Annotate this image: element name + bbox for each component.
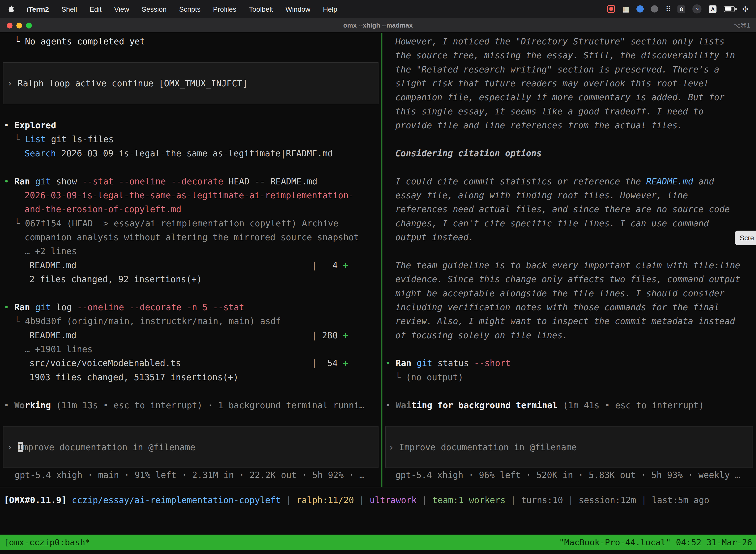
thinking-text: essay file, along with finding root file… [382, 188, 756, 202]
terminal: └ No agents completed yet › Ralph loop a… [0, 33, 756, 535]
menu-toolbelt[interactable]: Toolbelt [249, 5, 273, 13]
ran-git-status-line: • Ran git status --short [382, 356, 756, 370]
menu-bar-status-icons: ▦ ⠿ 8 .61 A ✣ [607, 4, 748, 13]
commit-meta-line: └ 067f154 (HEAD -> essay/ai-reimplementa… [0, 216, 381, 230]
no-output-line: └ (no output) [382, 370, 756, 384]
more-lines-indicator: … +1901 lines [0, 342, 381, 356]
ran-git-log-line: • Ran git log --oneline --decorate -n 5 … [0, 300, 381, 314]
thinking-text: evidence. Since this change only affects… [382, 272, 756, 286]
explored-row-list: └ List git ls-files [0, 132, 381, 146]
commit-meta-line: └ 4b9d30f (origin/main, instructkr/main,… [0, 314, 381, 328]
thinking-text: changes, I can't cite specific file line… [382, 216, 756, 230]
agents-status-line: └ No agents completed yet [0, 34, 381, 48]
thinking-heading: Considering citation options [382, 146, 756, 160]
menu-bar: iTerm2 Shell Edit View Session Scripts P… [0, 0, 756, 18]
menu-help[interactable]: Help [323, 5, 337, 13]
pane-bottom-border [0, 487, 756, 487]
battery-icon[interactable] [724, 6, 735, 12]
omx-version: [OMX#0.11.9] [4, 495, 72, 505]
readme-file-link[interactable]: README.md [646, 176, 693, 186]
omx-worktree-path: cczip/essay/ai-reimplementation-copyleft [72, 495, 281, 505]
thinking-text: might be acceptable alongside the file l… [382, 286, 756, 300]
desktop: iTerm2 Shell Edit View Session Scripts P… [0, 0, 756, 554]
window-title-bar[interactable]: omx --xhigh --madmax ⌥⌘1 [0, 18, 756, 33]
thinking-text: However, I noticed the "Directory Struct… [382, 34, 756, 48]
diffstat-summary: 2 files changed, 92 insertions(+) [0, 272, 381, 286]
pane-left[interactable]: └ No agents completed yet › Ralph loop a… [0, 33, 381, 487]
omx-ralph-counter: ralph:11/20 [296, 495, 354, 505]
screen-share-overlay[interactable]: Scre [735, 231, 756, 245]
thinking-text: including verification notes with those … [382, 300, 756, 314]
input-placeholder: mprove documentation in @filename [23, 442, 195, 452]
fan-status-icon[interactable]: ✣ [742, 4, 748, 13]
thinking-text: output instead. [382, 230, 756, 244]
omx-team: team:1 workers [432, 495, 505, 505]
diffstat-line: README.md | 4 + [0, 258, 381, 272]
prompt-chevron: › [389, 442, 399, 452]
prompt-chevron: › [7, 78, 18, 88]
menu-edit[interactable]: Edit [89, 5, 102, 13]
thinking-text: this single essay, it seems like a good … [382, 104, 756, 118]
launchpad-dots-icon[interactable]: ⠿ [666, 4, 670, 13]
thinking-text: review. Also, I might want to inspect th… [382, 314, 756, 328]
screen-recording-stop-icon[interactable] [607, 5, 615, 13]
thinking-text: the source tree, missing the essay. Stil… [382, 48, 756, 62]
thinking-text: The team guideline is to back every impo… [382, 258, 756, 272]
diffstat-line: README.md | 280 + [0, 328, 381, 342]
waiting-status-line: • Waiting for background terminal (1m 41… [382, 398, 756, 412]
essay-filename-line: 2026-03-09-is-legal-the-same-as-legitima… [0, 188, 381, 202]
menu-shell[interactable]: Shell [62, 5, 77, 13]
numkey-status-icon[interactable]: 8 [678, 5, 685, 13]
menu-window[interactable]: Window [286, 5, 310, 13]
ralph-loop-banner: › Ralph loop active continue [OMX_TMUX_I… [3, 62, 378, 104]
command-input-right[interactable]: › Improve documentation in @filename [385, 426, 753, 468]
thinking-text: slight risk that future readers may over… [382, 76, 756, 90]
ran-git-show-line: • Ran git show --stat --oneline --decora… [0, 174, 381, 188]
omx-turns: turns:10 [521, 495, 563, 505]
tmux-host-clock: "MacBook-Pro-44.local" 04:52 31-Mar-26 [559, 538, 752, 547]
more-lines-indicator: … +2 lines [0, 244, 381, 258]
model-status-line-right: gpt-5.4 xhigh · 96% left · 520K in · 5.8… [382, 468, 756, 482]
diffstat-summary: 1903 files changed, 513517 insertions(+) [0, 370, 381, 384]
omx-mode: ultrawork [370, 495, 417, 505]
prompt-chevron: › [7, 442, 18, 452]
input-source-icon[interactable]: A [709, 5, 716, 13]
blue-app-status-icon[interactable] [637, 5, 644, 12]
commit-meta-line: companion analysis without altering the … [0, 230, 381, 244]
menu-session[interactable]: Session [142, 5, 167, 13]
command-input-left[interactable]: › Improve documentation in @filename [3, 426, 378, 468]
explored-row-search: Search 2026-03-09-is-legal-the-same-as-l… [0, 146, 381, 160]
tmux-status-bar: [omx-cczip0:bash* "MacBook-Pro-44.local"… [0, 535, 756, 550]
thinking-text: I could cite commit statistics or refere… [382, 174, 756, 188]
menu-bar-left: iTerm2 Shell Edit View Session Scripts P… [8, 5, 337, 13]
diffstat-line: src/voice/voiceModeEnabled.ts | 54 + [0, 356, 381, 370]
thinking-text: the "Related research writing" section i… [382, 62, 756, 76]
input-placeholder: Improve documentation in @filename [399, 442, 577, 452]
thinking-text: provide file and line references from th… [382, 118, 756, 132]
menu-scripts[interactable]: Scripts [179, 5, 200, 13]
omx-status-bar: [OMX#0.11.9] cczip/essay/ai-reimplementa… [4, 493, 709, 507]
menu-view[interactable]: View [114, 5, 129, 13]
text-cursor: I [18, 442, 23, 452]
thinking-text: references need actual files, and since … [382, 202, 756, 216]
percent-badge-icon[interactable]: .61 [693, 4, 702, 13]
thinking-text: of focusing solely on file lines. [382, 328, 756, 342]
apple-menu-icon[interactable] [8, 5, 14, 13]
thinking-text: companion file, especially if more comme… [382, 90, 756, 104]
omx-last: last:5m ago [652, 495, 709, 505]
menu-app-iterm2[interactable]: iTerm2 [26, 5, 49, 13]
tmux-session-name: [omx-cczip0:bash* [4, 538, 90, 547]
pane-right[interactable]: However, I noticed the "Directory Struct… [382, 33, 756, 487]
menu-profiles[interactable]: Profiles [213, 5, 236, 13]
ralph-loop-text: Ralph loop active continue [OMX_TMUX_INJ… [18, 78, 248, 88]
explored-header: • Explored [0, 118, 381, 132]
working-status-line: • Working (11m 13s • esc to interrupt) ·… [0, 398, 381, 412]
dark-app-status-icon[interactable] [651, 5, 658, 12]
omx-session: session:12m [579, 495, 636, 505]
window-shortcut-hint: ⌥⌘1 [733, 18, 750, 33]
model-status-line-left: gpt-5.4 xhigh · main · 91% left · 2.31M … [0, 468, 381, 482]
window-title: omx --xhigh --madmax [0, 18, 756, 33]
grid-status-icon[interactable]: ▦ [623, 4, 630, 13]
essay-filename-line: and-the-erosion-of-copyleft.md [0, 202, 381, 216]
